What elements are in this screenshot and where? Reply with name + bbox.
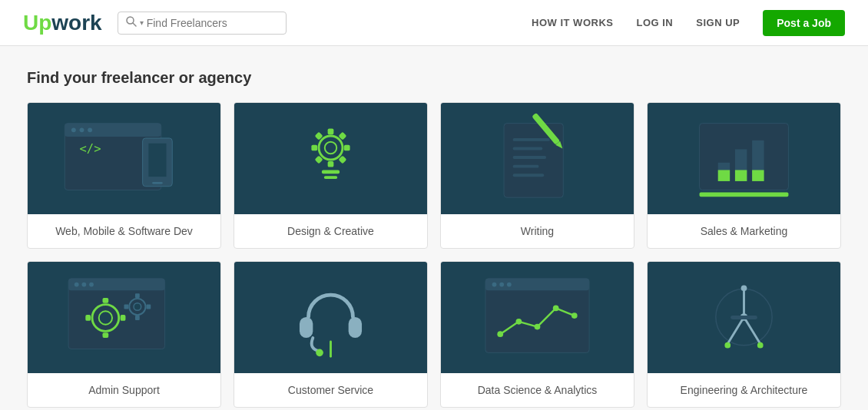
- category-card-admin[interactable]: Admin Support: [27, 261, 221, 408]
- svg-rect-24: [324, 176, 337, 179]
- categories-grid: </> Web, Mobile & Software Dev: [27, 102, 841, 408]
- svg-rect-57: [135, 293, 140, 298]
- svg-rect-16: [328, 161, 334, 167]
- svg-rect-31: [513, 174, 545, 177]
- svg-text:</>: </>: [80, 142, 101, 156]
- svg-point-71: [507, 283, 512, 287]
- header: Upwork ▾ HOW IT WORKS LOG IN SIGN UP Pos…: [0, 0, 868, 46]
- svg-rect-63: [349, 317, 362, 338]
- svg-point-48: [89, 283, 94, 287]
- svg-rect-23: [322, 170, 340, 174]
- svg-point-6: [80, 127, 84, 132]
- post-job-button[interactable]: Post a Job: [763, 10, 845, 36]
- svg-point-14: [325, 142, 336, 154]
- svg-point-72: [497, 331, 503, 337]
- svg-point-75: [553, 306, 559, 312]
- svg-point-83: [757, 342, 764, 349]
- card-label-admin: Admin Support: [28, 373, 220, 407]
- card-label-data-science: Data Science & Analytics: [441, 373, 634, 407]
- card-label-sales: Sales & Marketing: [648, 214, 840, 248]
- card-label-writing: Writing: [441, 214, 634, 248]
- search-icon: [126, 16, 137, 30]
- card-image-writing: [441, 103, 634, 214]
- logo[interactable]: Upwork: [23, 11, 102, 35]
- svg-point-73: [516, 319, 522, 325]
- svg-point-69: [492, 283, 497, 287]
- svg-rect-52: [103, 332, 109, 338]
- svg-point-5: [71, 127, 76, 132]
- category-card-engineering[interactable]: Engineering & Architecture: [647, 261, 841, 408]
- svg-rect-29: [513, 156, 546, 159]
- svg-rect-62: [300, 317, 313, 338]
- svg-rect-58: [135, 316, 140, 320]
- svg-point-50: [99, 311, 112, 324]
- card-image-admin: [28, 262, 220, 373]
- svg-rect-60: [124, 305, 129, 309]
- svg-point-47: [81, 283, 86, 287]
- svg-rect-27: [513, 138, 550, 141]
- svg-point-56: [134, 303, 141, 311]
- svg-rect-86: [731, 316, 757, 319]
- section-title: Find your freelancer or agency: [27, 69, 841, 87]
- card-label-design: Design & Creative: [234, 214, 427, 248]
- category-card-design[interactable]: Design & Creative: [234, 102, 428, 249]
- svg-rect-17: [344, 145, 350, 151]
- nav-sign-up[interactable]: SIGN UP: [696, 17, 740, 28]
- nav-how-it-works[interactable]: HOW IT WORKS: [532, 17, 613, 28]
- svg-rect-41: [752, 170, 764, 180]
- svg-rect-10: [148, 144, 166, 177]
- category-card-writing[interactable]: Writing: [440, 102, 634, 249]
- card-label-customer-service: Customer Service: [234, 373, 427, 407]
- header-nav: HOW IT WORKS LOG IN SIGN UP Post a Job: [532, 10, 845, 36]
- search-dropdown-arrow[interactable]: ▾: [140, 18, 144, 27]
- svg-point-70: [499, 283, 504, 287]
- svg-rect-53: [121, 315, 126, 321]
- svg-rect-39: [718, 170, 730, 180]
- svg-rect-11: [152, 182, 163, 184]
- logo-work: work: [51, 11, 101, 35]
- card-image-engineering: [648, 262, 840, 373]
- svg-rect-54: [85, 315, 91, 321]
- svg-rect-18: [311, 145, 317, 151]
- svg-point-76: [571, 312, 578, 319]
- svg-point-64: [316, 349, 323, 357]
- svg-point-74: [535, 324, 541, 330]
- svg-point-82: [724, 342, 731, 349]
- card-label-engineering: Engineering & Architecture: [648, 373, 840, 407]
- svg-point-46: [75, 283, 79, 287]
- search-input[interactable]: [147, 17, 270, 29]
- main-content: Find your freelancer or agency </>: [12, 46, 856, 410]
- svg-rect-59: [146, 305, 151, 309]
- card-image-design: [234, 103, 427, 214]
- category-card-data-science[interactable]: Data Science & Analytics: [440, 261, 634, 408]
- svg-rect-28: [513, 147, 543, 150]
- svg-point-85: [741, 286, 747, 292]
- svg-rect-42: [700, 192, 789, 197]
- search-bar[interactable]: ▾: [118, 12, 287, 35]
- category-card-web-mobile[interactable]: </> Web, Mobile & Software Dev: [27, 102, 221, 249]
- svg-point-7: [88, 127, 92, 132]
- category-card-sales[interactable]: Sales & Marketing: [647, 102, 841, 249]
- category-card-customer-service[interactable]: Customer Service: [234, 261, 428, 408]
- svg-rect-30: [513, 165, 539, 168]
- card-label-web-mobile: Web, Mobile & Software Dev: [28, 214, 220, 248]
- card-image-web-mobile: </>: [28, 103, 220, 214]
- card-image-customer-service: [234, 262, 427, 373]
- svg-rect-4: [65, 124, 161, 137]
- nav-log-in[interactable]: LOG IN: [636, 17, 673, 28]
- svg-rect-15: [328, 128, 334, 134]
- logo-up: Up: [23, 11, 51, 35]
- card-image-data-science: [441, 262, 634, 373]
- svg-line-1: [133, 23, 136, 26]
- card-image-sales: [648, 103, 840, 214]
- svg-rect-40: [735, 170, 747, 180]
- svg-rect-51: [103, 298, 109, 303]
